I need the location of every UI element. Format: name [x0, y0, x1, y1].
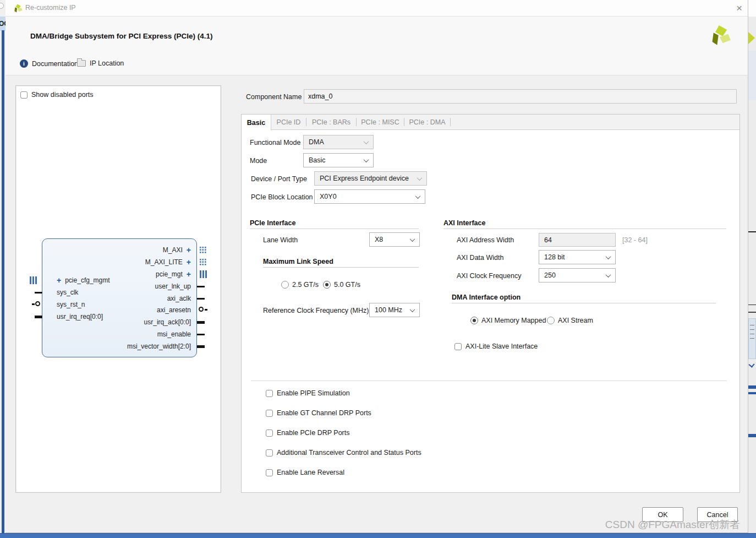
background-fragment: [748, 312, 756, 313]
axi-stream-radio[interactable]: AXI Stream: [547, 317, 593, 324]
radio-selected-icon[interactable]: [470, 317, 478, 324]
tab-pcie-bars[interactable]: PCIe : BARs: [306, 115, 356, 130]
checkbox-icon[interactable]: [20, 91, 28, 99]
chevron-down-icon: [415, 193, 421, 199]
axi-bus-interface-icon: [199, 258, 206, 265]
pcie-block-location-select[interactable]: X0Y0: [314, 189, 425, 204]
checkbox-icon[interactable]: [266, 430, 273, 437]
enable-pcie-drp-checkbox[interactable]: Enable PCIe DRP Ports: [266, 429, 349, 437]
port-row: axi_aresetn: [157, 306, 191, 314]
expand-plus-icon[interactable]: +: [187, 271, 191, 277]
dialog-titlebar[interactable]: Re-customize IP ×: [6, 0, 748, 17]
checkbox-icon[interactable]: [266, 410, 273, 417]
background-fragment: [748, 305, 756, 305]
port-row: axi_aclk: [167, 294, 191, 303]
settings-tab-panel: Basic PCIe ID PCIe : BARs PCIe : MISC PC…: [241, 114, 740, 493]
tab-pcie-id[interactable]: PCIe ID: [271, 115, 306, 130]
axi-clock-frequency-label: AXI Clock Frequency: [457, 272, 521, 280]
pcie-interface-heading: PCIe Interface: [250, 219, 295, 227]
enable-pipe-simulation-checkbox[interactable]: Enable PIPE Simulation: [266, 389, 350, 397]
lane-width-select[interactable]: X8: [369, 232, 420, 247]
axi-memory-mapped-label: AXI Memory Mapped: [481, 317, 546, 324]
enable-lane-reversal-checkbox[interactable]: Enable Lane Reversal: [266, 469, 344, 476]
axi-data-width-label: AXI Data Width: [457, 254, 503, 262]
background-fragment: [748, 392, 756, 394]
component-name-input[interactable]: xdma_0: [304, 89, 737, 104]
expand-plus-icon[interactable]: +: [57, 278, 61, 283]
port-row: sys_rst_n: [57, 300, 85, 309]
section-rule: [443, 229, 726, 229]
cancel-button[interactable]: Cancel: [697, 507, 738, 522]
checkbox-icon[interactable]: [266, 390, 273, 397]
background-fragment: [748, 51, 756, 100]
device-port-type-value: PCI Express Endpoint device: [320, 175, 409, 182]
port-label: msi_vector_width[2:0]: [127, 343, 191, 350]
ip-location-button[interactable]: IP Location: [77, 59, 124, 67]
axi-data-width-select[interactable]: 128 bit: [539, 250, 616, 264]
section-rule: [452, 303, 716, 303]
enable-gt-channel-drp-checkbox[interactable]: Enable GT Channel DRP Ports: [266, 409, 371, 417]
dialog-title: Re-customize IP: [25, 4, 76, 12]
port-row: usr_irq_req[0:0]: [57, 312, 103, 321]
link-speed-5-0-radio[interactable]: 5.0 GT/s: [323, 281, 360, 289]
chevron-down-icon: [364, 157, 369, 162]
axi-address-width-input[interactable]: 64: [539, 233, 616, 247]
device-port-type-select[interactable]: PCI Express Endpoint device: [314, 171, 427, 186]
taskbar-strip: [0, 533, 756, 538]
checkbox-icon[interactable]: [266, 449, 273, 457]
radio-icon[interactable]: [547, 317, 555, 324]
background-right-strip: [748, 0, 756, 538]
chevron-down-icon: [606, 272, 611, 278]
port-row: pcie_mgt +: [156, 270, 191, 279]
bus-interface-icon: [30, 276, 37, 284]
port-label: usr_irq_ack[0:0]: [144, 318, 191, 326]
port-label: M_AXI_LITE: [145, 258, 183, 266]
bus-pin-stub-icon: [197, 321, 205, 324]
axi-interface-heading: AXI Interface: [443, 219, 485, 227]
tab-basic[interactable]: Basic: [242, 115, 271, 131]
additional-transceiver-ports-checkbox[interactable]: Additional Transceiver Control and Statu…: [266, 449, 421, 457]
ok-button[interactable]: OK: [642, 507, 683, 522]
radio-icon[interactable]: [281, 281, 289, 289]
pcie-block-location-value: X0Y0: [320, 193, 337, 200]
port-label: M_AXI: [163, 246, 183, 254]
enable-pipe-simulation-label: Enable PIPE Simulation: [277, 389, 350, 397]
folder-icon: [77, 60, 86, 67]
axi-lite-slave-label: AXI-Lite Slave Interface: [465, 343, 538, 350]
expand-plus-icon[interactable]: +: [187, 259, 191, 265]
pin-stub-icon: [197, 298, 205, 300]
mode-select[interactable]: Basic: [303, 153, 374, 167]
background-sidebar-fragment: [2, 30, 4, 538]
ip-title: DMA/Bridge Subsystem for PCI Express (PC…: [30, 32, 213, 40]
axi-lite-slave-checkbox[interactable]: AXI-Lite Slave Interface: [454, 343, 538, 350]
axi-memory-mapped-radio[interactable]: AXI Memory Mapped: [470, 317, 546, 324]
functional-mode-select[interactable]: DMA: [303, 135, 374, 149]
axi-data-width-value: 128 bit: [544, 253, 565, 261]
background-fragment: [748, 361, 754, 367]
bus-pin-stub-icon: [197, 345, 205, 348]
functional-mode-label: Functional Mode: [250, 139, 300, 146]
link-speed-2-5-radio[interactable]: 2.5 GT/s: [281, 281, 319, 289]
ref-clock-select[interactable]: 100 MHz: [369, 303, 420, 317]
documentation-label: Documentation: [32, 60, 78, 68]
port-label: user_lnk_up: [155, 282, 191, 290]
enable-lane-reversal-label: Enable Lane Reversal: [277, 469, 344, 476]
tab-pcie-dma[interactable]: PCIe : DMA: [404, 115, 450, 130]
close-icon[interactable]: ×: [736, 1, 742, 15]
show-disabled-ports-checkbox[interactable]: Show disabled ports: [20, 91, 94, 99]
checkbox-icon[interactable]: [454, 343, 462, 350]
bus-interface-icon: [200, 270, 207, 278]
additional-transceiver-ports-label: Additional Transceiver Control and Statu…: [277, 449, 421, 457]
axi-address-width-label: AXI Address Width: [457, 236, 514, 244]
port-row: M_AXI +: [163, 246, 191, 254]
port-row: user_lnk_up: [155, 282, 191, 291]
port-row: M_AXI_LITE +: [145, 258, 191, 267]
pin-stub-icon: [35, 292, 42, 294]
documentation-button[interactable]: i Documentation: [20, 59, 78, 68]
tab-pcie-misc[interactable]: PCIe : MISC: [357, 115, 404, 130]
radio-selected-icon[interactable]: [323, 281, 331, 289]
checkbox-icon[interactable]: [266, 469, 273, 476]
axi-clock-frequency-select[interactable]: 250: [539, 268, 616, 282]
expand-plus-icon[interactable]: +: [187, 247, 191, 253]
port-label: pcie_cfg_mgmt: [65, 276, 109, 284]
